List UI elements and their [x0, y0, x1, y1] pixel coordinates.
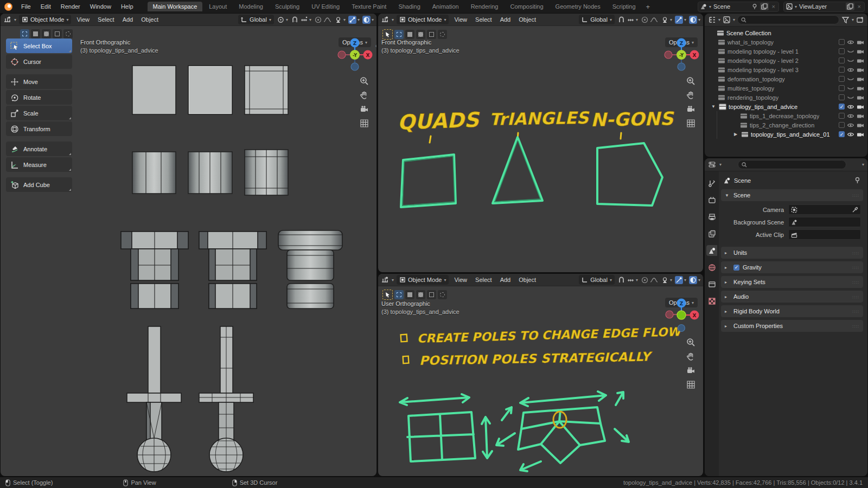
overlays-dropdown[interactable]: ▾: [362, 16, 374, 24]
viewport-top-right[interactable]: ▾ Object Mode▾ View Select Add Object Gl…: [378, 14, 703, 272]
properties-search-input[interactable]: [738, 160, 846, 169]
outliner-row[interactable]: deformation_topology: [705, 74, 867, 84]
snapping-dropdown[interactable]: ▾: [617, 276, 638, 284]
panel-audio[interactable]: ▸ Audio ::::: [721, 291, 863, 303]
tab-view-layer[interactable]: [706, 228, 717, 239]
gizmos-dropdown[interactable]: ▾: [348, 16, 360, 24]
blender-logo-icon[interactable]: [4, 3, 12, 11]
snapping-dropdown[interactable]: ▾: [291, 16, 311, 24]
eye-closed-icon[interactable]: [847, 48, 854, 55]
camera-view-icon[interactable]: [360, 105, 369, 114]
overlays-dropdown[interactable]: ▾: [689, 276, 700, 284]
menu-select[interactable]: Select: [95, 15, 117, 24]
active-clip-field[interactable]: [788, 229, 861, 240]
exclude-checkbox[interactable]: ✓: [839, 104, 845, 110]
show-gizmo-dropdown[interactable]: ▾: [661, 276, 672, 284]
collapsed-caret-icon[interactable]: ▶: [732, 132, 739, 137]
tab-texture[interactable]: [706, 296, 717, 306]
eye-open-icon[interactable]: [847, 131, 854, 138]
menu-view[interactable]: View: [451, 15, 470, 24]
pan-hand-icon[interactable]: [360, 91, 369, 100]
pan-hand-icon[interactable]: [686, 352, 695, 361]
pin-icon[interactable]: [751, 3, 758, 10]
mode-dropdown[interactable]: Object Mode▾: [397, 275, 449, 285]
eye-open-icon[interactable]: [847, 122, 854, 129]
menu-view[interactable]: View: [74, 15, 92, 24]
tab-shading[interactable]: Shading: [393, 2, 425, 11]
exclude-checkbox[interactable]: [839, 57, 845, 63]
outliner-row[interactable]: rendering_topology: [705, 93, 867, 102]
editor-type-icon[interactable]: [381, 276, 389, 284]
camera-visibility-icon[interactable]: [857, 85, 864, 92]
zoom-icon[interactable]: [686, 338, 695, 347]
menu-select[interactable]: Select: [473, 275, 495, 284]
tab-tool[interactable]: [706, 178, 717, 189]
pin-icon[interactable]: [854, 177, 861, 185]
exclude-checkbox[interactable]: [839, 113, 845, 119]
overlays-dropdown[interactable]: ▾: [689, 16, 700, 24]
camera-view-icon[interactable]: [686, 105, 695, 114]
outliner-search-input[interactable]: [737, 15, 839, 24]
menu-add[interactable]: Add: [497, 275, 514, 284]
tab-modeling[interactable]: Modeling: [233, 2, 269, 11]
outliner-row[interactable]: modeling topology - level 1: [705, 47, 867, 56]
pivot-point-dropdown[interactable]: ▾: [277, 16, 288, 24]
outliner-row[interactable]: tips_1_decrease_topology: [717, 111, 867, 120]
panel-gravity[interactable]: ▸ ✓ Gravity ::::: [721, 261, 863, 273]
scene-selector[interactable]: ▾ Scene ×: [698, 2, 779, 12]
background-scene-field[interactable]: [788, 217, 861, 227]
eye-open-icon[interactable]: [847, 113, 854, 119]
menu-file[interactable]: File: [17, 2, 35, 11]
exclude-checkbox[interactable]: [839, 76, 845, 82]
menu-object[interactable]: Object: [138, 15, 161, 24]
filter-dropdown-icon[interactable]: ▾: [862, 162, 864, 167]
tab-rendering[interactable]: Rendering: [465, 2, 504, 11]
camera-visibility-icon[interactable]: [857, 113, 864, 119]
eye-closed-icon[interactable]: [847, 94, 854, 101]
outliner-row[interactable]: what_is_topology: [705, 37, 867, 47]
outliner-row[interactable]: tips_2_change_direction: [717, 120, 867, 130]
tab-scripting[interactable]: Scripting: [607, 2, 641, 11]
menu-add[interactable]: Add: [120, 15, 136, 24]
menu-object[interactable]: Object: [516, 15, 539, 24]
panel-custom-properties[interactable]: ▸ Custom Properties ::::: [721, 320, 863, 332]
camera-visibility-icon[interactable]: [857, 57, 864, 64]
add-workspace-button[interactable]: +: [642, 2, 654, 12]
viewport-bottom-right[interactable]: ▾ Object Mode▾ View Select Add Object Gl…: [378, 274, 703, 476]
editor-type-icon[interactable]: [3, 16, 11, 24]
panel-rigid-body-world[interactable]: ▸ Rigid Body World ::::: [721, 305, 863, 317]
camera-visibility-icon[interactable]: [857, 94, 864, 101]
camera-visibility-icon[interactable]: [857, 48, 864, 55]
exclude-checkbox[interactable]: [839, 85, 845, 91]
grid-toggle-icon[interactable]: [686, 380, 695, 389]
proportional-editing-toggle[interactable]: [314, 16, 331, 24]
axis-minus-z-handle[interactable]: [351, 63, 359, 70]
camera-visibility-icon[interactable]: [857, 131, 864, 138]
outliner-row-scene-collection[interactable]: Scene Collection: [705, 28, 867, 37]
camera-visibility-icon[interactable]: [857, 122, 864, 129]
eye-closed-icon[interactable]: [847, 85, 854, 92]
new-scene-button[interactable]: [760, 3, 769, 10]
panel-keying-sets[interactable]: ▸ Keying Sets ::::: [721, 276, 863, 288]
grid-toggle-icon[interactable]: [686, 119, 695, 128]
transform-orientation-dropdown[interactable]: Global▾: [579, 275, 615, 285]
eye-closed-icon[interactable]: [847, 57, 854, 64]
zoom-icon[interactable]: [360, 76, 369, 86]
exclude-checkbox[interactable]: [839, 48, 845, 54]
snapping-dropdown[interactable]: ▾: [617, 16, 638, 24]
eye-closed-icon[interactable]: [847, 76, 854, 82]
proportional-editing-toggle[interactable]: [641, 16, 658, 24]
zoom-icon[interactable]: [686, 76, 695, 86]
tab-main-workspace[interactable]: Main Workspace: [148, 2, 203, 11]
panel-units[interactable]: ▸ Units ::::: [721, 247, 863, 259]
camera-field[interactable]: [788, 204, 861, 215]
viewlayer-selector[interactable]: ▾ ViewLayer ×: [783, 2, 865, 12]
tab-layout[interactable]: Layout: [203, 2, 232, 11]
editor-type-icon[interactable]: [708, 160, 716, 169]
panel-scene-header[interactable]: ▼ Scene ::::: [721, 189, 863, 201]
exclude-checkbox[interactable]: [839, 122, 845, 128]
new-collection-icon[interactable]: [856, 16, 864, 24]
tab-output[interactable]: [706, 211, 717, 222]
menu-help[interactable]: Help: [117, 2, 138, 11]
menu-add[interactable]: Add: [497, 15, 514, 24]
